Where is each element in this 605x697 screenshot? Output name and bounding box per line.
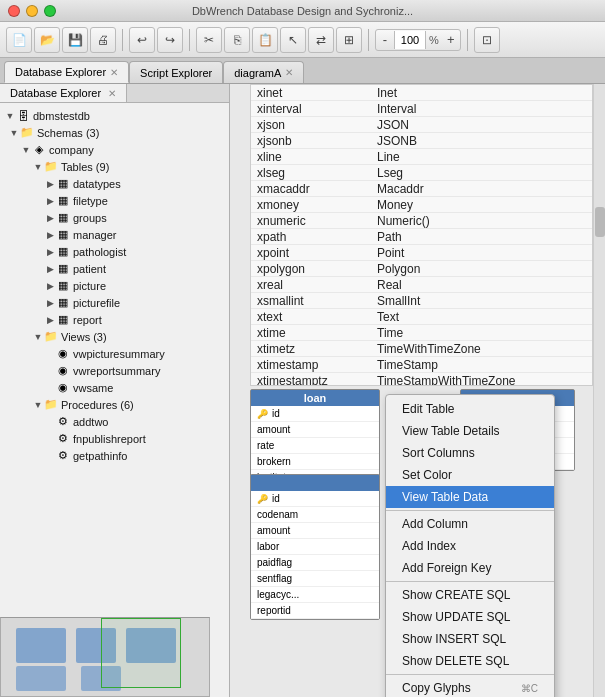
menu-add-column[interactable]: Add Column (386, 513, 554, 535)
tool2-button[interactable]: ⇄ (308, 27, 334, 53)
tree-table-patient[interactable]: ▶ ▦ patient (0, 260, 229, 277)
menu-sort-columns[interactable]: Sort Columns (386, 442, 554, 464)
menu-show-create-sql[interactable]: Show CREATE SQL (386, 584, 554, 606)
open-button[interactable]: 📂 (34, 27, 60, 53)
mini-map (0, 617, 210, 697)
p1-toggle[interactable] (44, 416, 56, 428)
tool3-button[interactable]: ⊞ (336, 27, 362, 53)
entity2-box[interactable]: 🔑 id codenam amount labor paidflag sentf… (250, 474, 380, 620)
tree-company[interactable]: ▼ ◈ company (0, 141, 229, 158)
tree-proc-fnpublish-label: fnpublishreport (73, 433, 146, 445)
panel-tab-db-explorer[interactable]: Database Explorer ✕ (0, 84, 127, 102)
p2-toggle[interactable] (44, 433, 56, 445)
zoom-input[interactable] (394, 31, 426, 49)
tree-root[interactable]: ▼ 🗄 dbmstestdb (0, 107, 229, 124)
t3-toggle[interactable]: ▶ (44, 212, 56, 224)
tree-schemas[interactable]: ▼ 📁 Schemas (3) (0, 124, 229, 141)
company-toggle[interactable]: ▼ (20, 144, 32, 156)
tree-proc-fnpublish[interactable]: ⚙ fnpublishreport (0, 430, 229, 447)
tree-view-vwpicture[interactable]: ◉ vwpicturesummary (0, 345, 229, 362)
datatype-row: xintervalInterval (251, 101, 592, 117)
right-scrollbar[interactable] (593, 84, 605, 697)
t7-toggle[interactable]: ▶ (44, 280, 56, 292)
v2-toggle[interactable] (44, 365, 56, 377)
tree-table-manager[interactable]: ▶ ▦ manager (0, 226, 229, 243)
menu-show-insert-sql[interactable]: Show INSERT SQL (386, 628, 554, 650)
copy-button[interactable]: ⎘ (224, 27, 250, 53)
tree-table-report[interactable]: ▶ ▦ report (0, 311, 229, 328)
datatype-col2: SmallInt (371, 293, 592, 308)
tree-tables-label: Tables (9) (61, 161, 109, 173)
tree-view-vwsame[interactable]: ◉ vwsame (0, 379, 229, 396)
v3-toggle[interactable] (44, 382, 56, 394)
tree-procedures-group[interactable]: ▼ 📁 Procedures (6) (0, 396, 229, 413)
table-icon: ▦ (56, 177, 70, 191)
t4-toggle[interactable]: ▶ (44, 229, 56, 241)
t2-toggle[interactable]: ▶ (44, 195, 56, 207)
zoom-minus-button[interactable]: - (376, 30, 394, 50)
t6-toggle[interactable]: ▶ (44, 263, 56, 275)
tree-table-groups[interactable]: ▶ ▦ groups (0, 209, 229, 226)
tables-toggle[interactable]: ▼ (32, 161, 44, 173)
e2-field-labor: labor (251, 539, 379, 555)
v1-toggle[interactable] (44, 348, 56, 360)
t5-toggle[interactable]: ▶ (44, 246, 56, 258)
tree-proc-addtwo[interactable]: ⚙ addtwo (0, 413, 229, 430)
procs-toggle[interactable]: ▼ (32, 399, 44, 411)
tree-table-pathologist[interactable]: ▶ ▦ pathologist (0, 243, 229, 260)
cut-button[interactable]: ✂ (196, 27, 222, 53)
menu-copy-glyphs[interactable]: Copy Glyphs ⌘C (386, 677, 554, 697)
tab-diagram-close[interactable]: ✕ (285, 67, 293, 78)
tab-db-explorer-close[interactable]: ✕ (110, 67, 118, 78)
views-toggle[interactable]: ▼ (32, 331, 44, 343)
tab-script-explorer-label: Script Explorer (140, 67, 212, 79)
separator-4 (467, 29, 468, 51)
root-toggle[interactable]: ▼ (4, 110, 16, 122)
views-icon: 📁 (44, 330, 58, 344)
paste-button[interactable]: 📋 (252, 27, 278, 53)
t1-toggle[interactable]: ▶ (44, 178, 56, 190)
new-button[interactable]: 📄 (6, 27, 32, 53)
menu-show-delete-sql[interactable]: Show DELETE SQL (386, 650, 554, 672)
menu-add-foreign-key[interactable]: Add Foreign Key (386, 557, 554, 579)
right-scrollbar-thumb[interactable] (595, 207, 605, 237)
tree-tables-group[interactable]: ▼ 📁 Tables (9) (0, 158, 229, 175)
panel-tab-db-close[interactable]: ✕ (108, 88, 116, 99)
tree-views-group[interactable]: ▼ 📁 Views (3) (0, 328, 229, 345)
e2-field-sentflag: sentflag (251, 571, 379, 587)
menu-view-table-data[interactable]: View Table Data (386, 486, 554, 508)
schemas-toggle[interactable]: ▼ (8, 127, 20, 139)
menu-show-update-sql[interactable]: Show UPDATE SQL (386, 606, 554, 628)
menu-sep-2 (386, 581, 554, 582)
save-button[interactable]: 💾 (62, 27, 88, 53)
tree-table-picturefile[interactable]: ▶ ▦ picturefile (0, 294, 229, 311)
t9-toggle[interactable]: ▶ (44, 314, 56, 326)
minimize-button[interactable] (26, 5, 38, 17)
tab-diagram[interactable]: diagramA ✕ (223, 61, 304, 83)
fit-button[interactable]: ⊡ (474, 27, 500, 53)
close-button[interactable] (8, 5, 20, 17)
undo-button[interactable]: ↩ (129, 27, 155, 53)
maximize-button[interactable] (44, 5, 56, 17)
tree-view[interactable]: ▼ 🗄 dbmstestdb ▼ 📁 Schemas (3) ▼ ◈ compa… (0, 103, 229, 697)
tree-proc-getpathinfo[interactable]: ⚙ getpathinfo (0, 447, 229, 464)
redo-button[interactable]: ↪ (157, 27, 183, 53)
tree-table-filetype[interactable]: ▶ ▦ filetype (0, 192, 229, 209)
tab-script-explorer[interactable]: Script Explorer (129, 61, 223, 83)
print-button[interactable]: 🖨 (90, 27, 116, 53)
p3-toggle[interactable] (44, 450, 56, 462)
menu-add-index[interactable]: Add Index (386, 535, 554, 557)
zoom-plus-button[interactable]: + (442, 30, 460, 50)
tab-db-explorer[interactable]: Database Explorer ✕ (4, 61, 129, 83)
menu-set-color[interactable]: Set Color (386, 464, 554, 486)
menu-view-table-details[interactable]: View Table Details (386, 420, 554, 442)
tool1-button[interactable]: ↖ (280, 27, 306, 53)
menu-edit-table[interactable]: Edit Table (386, 398, 554, 420)
tree-table-datatypes[interactable]: ▶ ▦ datatypes (0, 175, 229, 192)
t8-toggle[interactable]: ▶ (44, 297, 56, 309)
tree-table-picture[interactable]: ▶ ▦ picture (0, 277, 229, 294)
tree-view-vwreport[interactable]: ◉ vwreportsummary (0, 362, 229, 379)
loan-entity[interactable]: loan 🔑 id amount rate brokern institute (250, 389, 380, 487)
titlebar: DbWrench Database Design and Sychroniz..… (0, 0, 605, 22)
left-panel: Database Explorer ✕ ▼ 🗄 dbmstestdb ▼ 📁 S… (0, 84, 230, 697)
